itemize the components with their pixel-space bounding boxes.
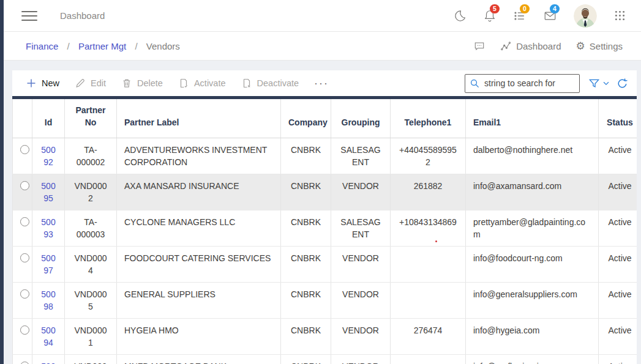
plus-icon [26, 78, 36, 88]
row-partner-no: TA-000003 [65, 210, 117, 247]
search-icon [470, 78, 480, 91]
dark-mode-moon-icon[interactable] [453, 9, 467, 23]
row-id-link[interactable]: 50096 [41, 362, 55, 364]
table-row[interactable]: 50097 VND0004 FOODCOURT CATERING SERVICE… [13, 247, 637, 283]
row-id-cell: 50098 [32, 283, 65, 319]
row-company: CNBRK [281, 174, 331, 210]
delete-button-label: Delete [137, 78, 163, 88]
search-input[interactable] [465, 74, 580, 93]
col-header-partner-label[interactable]: Partner Label [117, 99, 281, 138]
breadcrumb-bar: Finance / Partner Mgt / Vendors [4, 32, 641, 61]
row-select-cell [13, 210, 32, 247]
row-company: CNBRK [281, 319, 331, 355]
page-title: Dashboard [60, 10, 105, 21]
row-radio-button[interactable] [20, 217, 29, 226]
row-select-cell [13, 319, 32, 355]
row-id-link[interactable]: 50098 [41, 289, 55, 311]
row-status: Active [599, 319, 637, 355]
filter-control[interactable] [588, 78, 610, 89]
row-radio-button[interactable] [20, 362, 29, 364]
row-partner-label: MNFB MORTGAGE BANK [117, 355, 281, 364]
hamburger-menu-icon[interactable] [21, 11, 37, 21]
row-radio-button[interactable] [20, 181, 29, 190]
row-status: Active [599, 247, 637, 283]
row-id-link[interactable]: 50092 [41, 145, 55, 167]
row-company: CNBRK [281, 210, 331, 247]
col-header-telephone1[interactable]: Telephone1 [391, 99, 466, 138]
refresh-icon[interactable] [617, 78, 628, 89]
col-header-id[interactable]: Id [32, 99, 65, 138]
row-grouping: VENDOR [331, 355, 391, 364]
messages-envelope-icon[interactable]: 4 [543, 9, 557, 23]
document-x-icon [242, 78, 252, 88]
edit-button[interactable]: Edit [67, 70, 114, 96]
settings-link[interactable]: ⚙ Settings [576, 41, 623, 51]
row-id-link[interactable]: 50093 [41, 217, 55, 239]
notifications-badge: 5 [490, 4, 500, 13]
trash-icon [122, 78, 132, 88]
row-grouping: VENDOR [331, 319, 391, 355]
row-id-link[interactable]: 50094 [41, 325, 55, 347]
row-status: Active [599, 138, 637, 174]
row-telephone1: +440455895952 [391, 138, 466, 174]
row-grouping: SALESAGENT [331, 138, 391, 174]
breadcrumb-item-finance[interactable]: Finance [26, 41, 58, 51]
vendors-table: Id Partner No Partner Label Company Grou… [12, 99, 637, 364]
more-commands-button[interactable]: ··· [307, 77, 336, 90]
col-header-grouping[interactable]: Grouping [331, 99, 391, 138]
row-radio-button[interactable] [20, 253, 29, 262]
comments-icon[interactable] [473, 40, 485, 52]
row-email1: prettyamber@gladpainting.com [466, 210, 599, 247]
row-radio-button[interactable] [20, 289, 29, 299]
row-partner-no: VND0001 [65, 319, 117, 355]
top-bar: Dashboard 5 [4, 0, 641, 32]
deactivate-button[interactable]: Deactivate [234, 70, 307, 96]
breadcrumb-item-partner-mgt[interactable]: Partner Mgt [78, 41, 126, 51]
row-id-link[interactable]: 50097 [41, 253, 55, 275]
table-header-row: Id Partner No Partner Label Company Grou… [13, 99, 637, 138]
dashboard-link[interactable]: Dashboard [500, 40, 561, 52]
col-header-email1[interactable]: Email1 [466, 99, 599, 138]
table-row[interactable]: 50094 VND0001 HYGEIA HMO CNBRK VENDOR 27… [13, 319, 637, 355]
row-status: Active [599, 355, 637, 364]
tasks-list-icon[interactable]: 0 [513, 9, 527, 23]
col-header-status[interactable]: Status [599, 99, 637, 138]
user-avatar[interactable] [574, 4, 597, 28]
row-select-cell [13, 355, 32, 364]
table-body: 50092 TA-000002 ADVENTUREWORKS INVESTMEN… [13, 138, 637, 364]
row-grouping: VENDOR [331, 247, 391, 283]
col-header-select [13, 99, 32, 138]
col-header-company[interactable]: Company [281, 99, 331, 138]
row-partner-no: VND0005 [65, 283, 117, 319]
row-email1: info@hygeia.com [466, 319, 599, 355]
row-grouping: VENDOR [331, 174, 391, 210]
col-header-partner-no[interactable]: Partner No [65, 99, 117, 138]
row-partner-label: FOODCOURT CATERING SERVICES [117, 247, 281, 283]
row-radio-button[interactable] [20, 145, 29, 154]
row-radio-button[interactable] [20, 325, 29, 335]
row-partner-no: VND0004 [65, 247, 117, 283]
row-grouping: VENDOR [331, 283, 391, 319]
table-row[interactable]: 50095 VND0002 AXA MANSARD INSURANCE CNBR… [13, 174, 637, 210]
breadcrumb: Finance / Partner Mgt / Vendors [26, 41, 180, 51]
notifications-bell-icon[interactable]: 5 [483, 9, 497, 23]
breadcrumb-separator: / [135, 41, 137, 51]
new-button[interactable]: New [18, 70, 67, 96]
row-partner-no: VND0003 [65, 355, 117, 364]
delete-button[interactable]: Delete [114, 70, 171, 96]
row-company: CNBRK [281, 247, 331, 283]
row-id-cell: 50097 [32, 247, 65, 283]
activate-button[interactable]: Activate [171, 70, 234, 96]
row-id-link[interactable]: 50095 [41, 181, 55, 203]
row-id-cell: 50094 [32, 319, 65, 355]
row-select-cell [13, 174, 32, 210]
phone-validation-dot [435, 240, 437, 242]
apps-grid-icon[interactable] [613, 9, 626, 22]
table-row[interactable]: 50096 VND0003 MNFB MORTGAGE BANK CNBRK V… [13, 355, 637, 364]
app-root: Dashboard 5 [0, 0, 641, 364]
table-row[interactable]: 50093 TA-000003 CYCLONE MANAGERS LLC CNB… [13, 210, 637, 247]
table-row[interactable]: 50098 VND0005 GENERAL SUPPLIERS CNBRK VE… [13, 283, 637, 319]
row-email1: info@generalsuppliers.com [466, 283, 599, 319]
table-row[interactable]: 50092 TA-000002 ADVENTUREWORKS INVESTMEN… [13, 138, 637, 174]
row-telephone1 [391, 247, 466, 283]
